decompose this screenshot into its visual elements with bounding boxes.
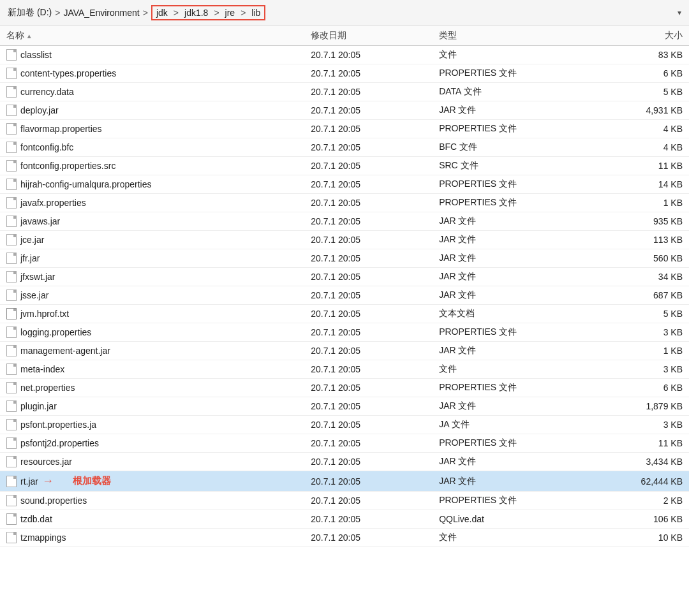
file-date-cell: 20.7.1 20:05 (304, 397, 433, 416)
table-row[interactable]: jfr.jar20.7.1 20:05JAR 文件560 KB (0, 249, 689, 268)
file-name-label: jsse.jar (20, 290, 48, 300)
file-icon (6, 123, 17, 135)
file-size-cell: 4 KB (609, 120, 689, 138)
file-type-cell: 文件 (433, 529, 609, 547)
table-row[interactable]: deploy.jar20.7.1 20:05JAR 文件4,931 KB (0, 101, 689, 120)
file-type-cell: JAR 文件 (433, 231, 609, 249)
table-row[interactable]: jsse.jar20.7.1 20:05JAR 文件687 KB (0, 286, 689, 305)
table-row[interactable]: fontconfig.properties.src20.7.1 20:05SRC… (0, 157, 689, 175)
table-row[interactable]: sound.properties20.7.1 20:05PROPERTIES 文… (0, 492, 689, 510)
file-type-cell: PROPERTIES 文件 (433, 120, 609, 138)
file-name-label: jvm.hprof.txt (20, 309, 69, 319)
table-row[interactable]: psfont.properties.ja20.7.1 20:05JA 文件3 K… (0, 416, 689, 434)
table-row[interactable]: jvm.hprof.txt20.7.1 20:05文本文档5 KB (0, 305, 689, 323)
file-icon (6, 234, 17, 246)
table-row[interactable]: resources.jar20.7.1 20:05JAR 文件3,434 KB (0, 453, 689, 471)
file-type-cell: SRC 文件 (433, 157, 609, 175)
file-icon (6, 437, 17, 449)
file-name-cell: hijrah-config-umalqura.properties (0, 175, 304, 194)
annotation-text: 根加载器 (73, 475, 111, 487)
file-name-cell: fontconfig.properties.src (0, 157, 304, 175)
file-size-cell: 1 KB (609, 194, 689, 212)
table-row[interactable]: javaws.jar20.7.1 20:05JAR 文件935 KB (0, 212, 689, 231)
file-icon (6, 142, 17, 153)
file-date-cell: 20.7.1 20:05 (304, 379, 433, 397)
breadcrumb-item-jre[interactable]: jre (225, 8, 235, 18)
file-table: 名称 修改日期 类型 大小 classlist20.7.1 20:05文件83 … (0, 26, 689, 547)
column-header-type[interactable]: 类型 (433, 26, 609, 46)
file-icon (6, 326, 17, 338)
file-size-cell: 4,931 KB (609, 101, 689, 120)
file-icon (6, 308, 17, 319)
table-row[interactable]: jfxswt.jar20.7.1 20:05JAR 文件34 KB (0, 268, 689, 286)
file-size-cell: 83 KB (609, 46, 689, 64)
table-row[interactable]: management-agent.jar20.7.1 20:05JAR 文件1 … (0, 342, 689, 360)
table-row[interactable]: content-types.properties20.7.1 20:05PROP… (0, 64, 689, 83)
file-size-cell: 4 KB (609, 138, 689, 157)
file-name-label: fontconfig.bfc (20, 142, 73, 152)
file-date-cell: 20.7.1 20:05 (304, 64, 433, 83)
table-row[interactable]: javafx.properties20.7.1 20:05PROPERTIES … (0, 194, 689, 212)
file-name-cell: javaws.jar (0, 212, 304, 231)
file-date-cell: 20.7.1 20:05 (304, 138, 433, 157)
file-name-cell: management-agent.jar (0, 342, 304, 360)
breadcrumb-item-java-env[interactable]: JAVA_Environment (63, 8, 139, 18)
breadcrumb-item-jdk[interactable]: jdk (156, 8, 168, 18)
file-date-cell: 20.7.1 20:05 (304, 323, 433, 342)
table-header-row: 名称 修改日期 类型 大小 (0, 26, 689, 46)
file-icon (6, 253, 17, 264)
table-row[interactable]: classlist20.7.1 20:05文件83 KB (0, 46, 689, 64)
table-row[interactable]: psfontj2d.properties20.7.1 20:05PROPERTI… (0, 434, 689, 453)
file-size-cell: 113 KB (609, 231, 689, 249)
table-row[interactable]: net.properties20.7.1 20:05PROPERTIES 文件6… (0, 379, 689, 397)
annotation-arrow-icon: → (42, 474, 54, 488)
file-icon (6, 345, 17, 356)
file-type-cell: PROPERTIES 文件 (433, 492, 609, 510)
table-row[interactable]: currency.data20.7.1 20:05DATA 文件5 KB (0, 83, 689, 101)
breadcrumb-item-jdk18[interactable]: jdk1.8 (184, 8, 208, 18)
breadcrumb-item-drive[interactable]: 新加卷 (D:) (8, 7, 52, 18)
table-row[interactable]: flavormap.properties20.7.1 20:05PROPERTI… (0, 120, 689, 138)
file-icon (6, 495, 17, 506)
file-date-cell: 20.7.1 20:05 (304, 212, 433, 231)
file-size-cell: 10 KB (609, 529, 689, 547)
file-icon (6, 271, 17, 282)
table-row[interactable]: jce.jar20.7.1 20:05JAR 文件113 KB (0, 231, 689, 249)
breadcrumb-item-lib[interactable]: lib (251, 8, 260, 18)
file-name-cell: currency.data (0, 83, 304, 101)
table-row[interactable]: fontconfig.bfc20.7.1 20:05BFC 文件4 KB (0, 138, 689, 157)
file-name-cell: jvm.hprof.txt (0, 305, 304, 323)
dropdown-arrow-icon[interactable]: ▾ (678, 8, 681, 17)
file-name-cell: resources.jar (0, 453, 304, 471)
file-size-cell: 6 KB (609, 64, 689, 83)
file-icon (6, 86, 17, 98)
file-name-label: tzdb.dat (20, 514, 52, 524)
file-name-label: content-types.properties (20, 68, 116, 78)
table-row[interactable]: logging.properties20.7.1 20:05PROPERTIES… (0, 323, 689, 342)
file-name-label: sound.properties (20, 495, 87, 506)
file-date-cell: 20.7.1 20:05 (304, 175, 433, 194)
table-row[interactable]: hijrah-config-umalqura.properties20.7.1 … (0, 175, 689, 194)
table-row[interactable]: rt.jar→根加载器20.7.1 20:05JAR 文件62,444 KB (0, 471, 689, 492)
file-name-cell: tzdb.dat (0, 510, 304, 529)
file-date-cell: 20.7.1 20:05 (304, 249, 433, 268)
file-name-cell: psfontj2d.properties (0, 434, 304, 453)
file-type-cell: PROPERTIES 文件 (433, 434, 609, 453)
file-date-cell: 20.7.1 20:05 (304, 231, 433, 249)
table-row[interactable]: plugin.jar20.7.1 20:05JAR 文件1,879 KB (0, 397, 689, 416)
file-name-label: currency.data (20, 87, 74, 97)
column-header-size[interactable]: 大小 (609, 26, 689, 46)
file-name-cell: jsse.jar (0, 286, 304, 305)
column-header-name[interactable]: 名称 (0, 26, 304, 46)
file-type-cell: JAR 文件 (433, 249, 609, 268)
file-name-cell: plugin.jar (0, 397, 304, 416)
file-type-cell: JAR 文件 (433, 397, 609, 416)
file-icon (6, 160, 17, 172)
column-header-date[interactable]: 修改日期 (304, 26, 433, 46)
file-size-cell: 687 KB (609, 286, 689, 305)
table-row[interactable]: meta-index20.7.1 20:05文件3 KB (0, 360, 689, 379)
breadcrumb-highlighted-section[interactable]: jdk > jdk1.8 > jre > lib (151, 5, 265, 20)
table-row[interactable]: tzmappings20.7.1 20:05文件10 KB (0, 529, 689, 547)
breadcrumb-sep-0: > (55, 8, 60, 18)
table-row[interactable]: tzdb.dat20.7.1 20:05QQLive.dat106 KB (0, 510, 689, 529)
